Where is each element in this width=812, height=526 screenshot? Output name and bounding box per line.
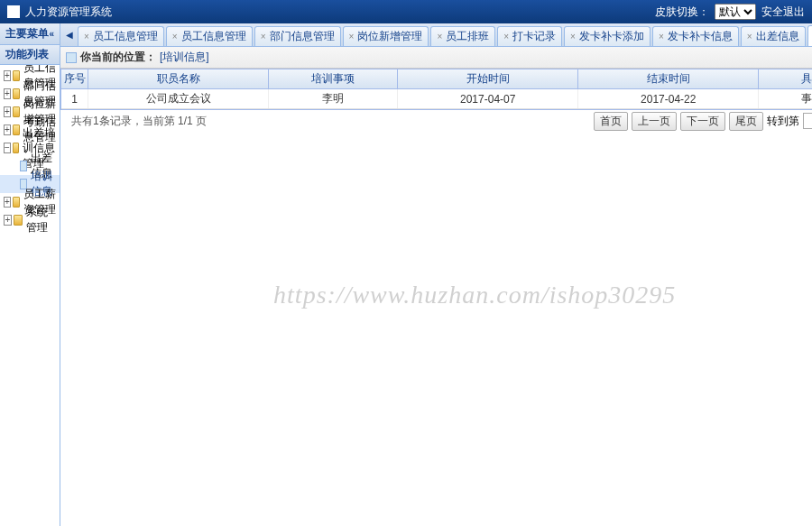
folder-icon bbox=[14, 215, 23, 226]
tab-close-icon[interactable]: × bbox=[437, 32, 442, 42]
expand-icon[interactable]: + bbox=[4, 70, 11, 81]
sidebar-panel-title: 功能列表 bbox=[0, 45, 60, 65]
location-value: [培训信息] bbox=[160, 50, 209, 65]
sidebar-menu-title: 主要菜单 bbox=[5, 26, 49, 42]
folder-icon bbox=[13, 143, 19, 153]
table-cell: 公司成立会议 bbox=[88, 89, 269, 108]
skin-label: 皮肤切换： bbox=[655, 5, 709, 20]
expand-icon[interactable]: + bbox=[4, 106, 11, 117]
expand-icon[interactable]: + bbox=[4, 215, 12, 226]
column-header[interactable]: 开始时间 bbox=[398, 69, 578, 88]
tab-close-icon[interactable]: × bbox=[84, 32, 89, 42]
content: ◀ ×员工信息管理×员工信息管理×部门信息管理×岗位新增管理×员工排班×打卡记录… bbox=[60, 23, 812, 526]
table-header: 序号职员名称培训事项开始时间结束时间具体内容 bbox=[61, 69, 812, 89]
tab-label: 发卡补卡添加 bbox=[579, 29, 644, 44]
app-header: 人力资源管理系统 皮肤切换： 默认 安全退出 bbox=[0, 0, 812, 23]
column-header[interactable]: 结束时间 bbox=[578, 69, 759, 88]
tab[interactable]: ×发卡补卡添加 bbox=[564, 26, 651, 46]
location-bar: 你当前的位置： [培训信息] bbox=[60, 47, 812, 69]
location-prefix: 你当前的位置： bbox=[80, 50, 156, 65]
column-header[interactable]: 序号 bbox=[61, 69, 88, 88]
watermark: https://www.huzhan.com/ishop30295 bbox=[273, 281, 676, 309]
table-cell: 2017-04-22 bbox=[578, 89, 759, 108]
tab-close-icon[interactable]: × bbox=[261, 32, 266, 42]
folder-icon bbox=[13, 88, 20, 99]
collapse-left-icon[interactable]: « bbox=[49, 29, 54, 39]
column-header[interactable]: 具体内容 bbox=[759, 69, 812, 88]
table-cell: 李明 bbox=[269, 89, 398, 108]
pager-info: 共有1条记录，当前第 1/1 页 bbox=[71, 114, 207, 129]
tab-label: 出差信息 bbox=[756, 29, 799, 44]
tab-close-icon[interactable]: × bbox=[570, 32, 576, 42]
table-cell: 2017-04-07 bbox=[398, 89, 578, 108]
tab[interactable]: ×员工信息管理 bbox=[78, 26, 164, 46]
column-header[interactable]: 职员名称 bbox=[88, 69, 269, 88]
tab-close-icon[interactable]: × bbox=[172, 32, 178, 42]
tab-label: 岗位新增管理 bbox=[357, 29, 422, 44]
tab[interactable]: ×部门信息管理 bbox=[254, 26, 341, 46]
tabs-inner: ×员工信息管理×员工信息管理×部门信息管理×岗位新增管理×员工排班×打卡记录×发… bbox=[77, 23, 812, 46]
tab-label: 员工排班 bbox=[446, 29, 489, 44]
tree-label: 系统管理 bbox=[26, 205, 56, 235]
header-right: 皮肤切换： 默认 安全退出 bbox=[655, 4, 805, 20]
collapse-icon[interactable]: − bbox=[4, 143, 11, 153]
tab-label: 员工信息管理 bbox=[93, 29, 158, 44]
main: 主要菜单 « 功能列表 +员工信息管理+部门信息管理+岗位新增管理+考勤信息管理… bbox=[0, 23, 812, 526]
folder-icon bbox=[13, 70, 20, 81]
file-icon bbox=[20, 161, 27, 171]
tab-close-icon[interactable]: × bbox=[503, 32, 509, 42]
logout-link[interactable]: 安全退出 bbox=[761, 5, 805, 20]
tab-close-icon[interactable]: × bbox=[747, 32, 752, 42]
folder-icon bbox=[13, 106, 20, 117]
tab[interactable]: ×岗位新增管理 bbox=[343, 26, 429, 46]
pager-prev-button[interactable]: 上一页 bbox=[632, 112, 677, 131]
pager-last-button[interactable]: 尾页 bbox=[729, 112, 763, 131]
tab-close-icon[interactable]: × bbox=[659, 32, 664, 42]
tab-label: 员工信息管理 bbox=[181, 29, 246, 44]
expand-icon[interactable]: + bbox=[4, 88, 11, 99]
tab-close-icon[interactable]: × bbox=[349, 32, 355, 42]
tab-label: 部门信息管理 bbox=[270, 29, 335, 44]
data-table: 序号职员名称培训事项开始时间结束时间具体内容 1公司成立会议李明2017-04-… bbox=[60, 69, 812, 110]
folder-icon bbox=[13, 125, 20, 135]
skin-select[interactable]: 默认 bbox=[715, 4, 756, 20]
pager-goto-prefix: 转到第 bbox=[767, 114, 799, 129]
pager-goto-input[interactable] bbox=[803, 113, 812, 129]
table-cell: 事项…… bbox=[759, 89, 812, 108]
table-cell: 1 bbox=[61, 89, 88, 108]
expand-icon[interactable]: + bbox=[4, 197, 11, 208]
table-row[interactable]: 1公司成立会议李明2017-04-072017-04-22事项…… bbox=[61, 89, 812, 109]
pager-first-button[interactable]: 首页 bbox=[594, 112, 628, 131]
pager-next-button[interactable]: 下一页 bbox=[680, 112, 725, 131]
app-title: 人力资源管理系统 bbox=[25, 5, 112, 20]
tabs-bar: ◀ ×员工信息管理×员工信息管理×部门信息管理×岗位新增管理×员工排班×打卡记录… bbox=[60, 23, 812, 47]
column-header[interactable]: 培训事项 bbox=[269, 69, 398, 88]
tree-branch[interactable]: +系统管理 bbox=[0, 211, 60, 229]
tab-label: 打卡记录 bbox=[512, 29, 556, 44]
sidebar-header: 主要菜单 « bbox=[0, 23, 60, 45]
sidebar: 主要菜单 « 功能列表 +员工信息管理+部门信息管理+岗位新增管理+考勤信息管理… bbox=[0, 23, 60, 526]
tab[interactable]: ×员工信息管理 bbox=[166, 26, 253, 46]
expand-icon[interactable]: + bbox=[4, 125, 11, 135]
location-icon bbox=[66, 52, 77, 63]
tab-scroll-left-icon[interactable]: ◀ bbox=[62, 30, 77, 40]
tab[interactable]: ×培训信息 bbox=[807, 25, 812, 46]
tab[interactable]: ×发卡补卡信息 bbox=[652, 26, 739, 46]
app-logo-icon bbox=[7, 5, 20, 18]
table-body: 1公司成立会议李明2017-04-072017-04-22事项…… bbox=[61, 89, 812, 109]
tab[interactable]: ×打卡记录 bbox=[497, 26, 562, 46]
tab-label: 发卡补卡信息 bbox=[668, 29, 733, 44]
header-left: 人力资源管理系统 bbox=[7, 5, 112, 20]
pager: 共有1条记录，当前第 1/1 页 首页 上一页 下一页 尾页 转到第 页 ➥ 转 bbox=[60, 110, 812, 132]
folder-icon bbox=[13, 197, 20, 208]
tab[interactable]: ×员工排班 bbox=[430, 26, 495, 46]
tab[interactable]: ×出差信息 bbox=[741, 26, 806, 46]
nav-tree: +员工信息管理+部门信息管理+岗位新增管理+考勤信息管理−出差培训信息管理出差信… bbox=[0, 65, 60, 526]
